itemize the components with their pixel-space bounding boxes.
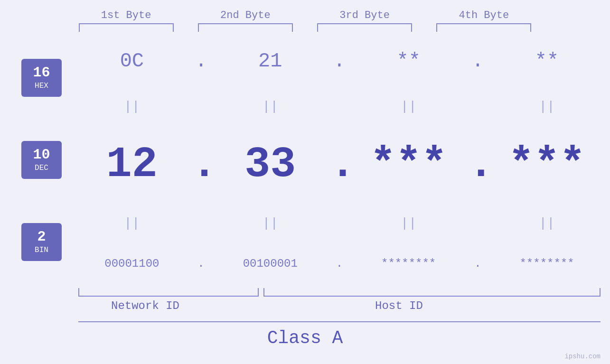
eq-row-1: || || || || [78,99,601,114]
bin-dot-1: . [192,257,211,270]
eq-4: || [499,99,594,114]
eq-row-2: || || || || [78,216,601,231]
dec-byte-2: 33 [223,140,318,189]
dec-row: 12 . 33 . *** . *** [78,140,601,189]
dec-badge-number: 10 [33,148,50,162]
byte-labels-row: 1st Byte 2nd Byte 3rd Byte 4th Byte [0,9,610,21]
bracket-1 [79,23,174,32]
class-label: Class A [0,328,610,348]
dec-badge: 10 DEC [21,141,62,179]
dec-dot-1: . [192,140,211,189]
main-container: 1st Byte 2nd Byte 3rd Byte 4th Byte 16 H… [0,0,610,364]
bin-byte-4: ******** [499,257,594,270]
network-id-label: Network ID [111,299,179,312]
bracket-4 [436,23,531,32]
byte-label-1: 1st Byte [79,9,174,21]
bin-badge-number: 2 [37,230,46,244]
hex-badge: 16 HEX [21,59,62,97]
hex-dot-2: . [330,50,349,73]
dec-badge-label: DEC [35,164,48,172]
class-bracket [78,321,601,322]
byte-label-2: 2nd Byte [198,9,293,21]
eq-5: || [84,216,179,231]
bin-badge-label: BIN [35,246,48,254]
dec-dot-2: . [330,140,349,189]
bin-dot-2: . [330,257,349,270]
hex-byte-3: ** [361,50,456,73]
dec-dot-3: . [468,140,487,189]
hex-row: 0C . 21 . ** . ** [78,50,601,73]
left-badges: 16 HEX 10 DEC 2 BIN [21,32,74,288]
byte-label-3: 3rd Byte [317,9,412,21]
dec-byte-3: *** [361,140,456,189]
hex-byte-4: ** [499,50,594,73]
hex-dot-1: . [192,50,211,73]
bin-byte-3: ******** [361,257,456,270]
bin-badge: 2 BIN [21,223,62,261]
network-bracket [78,288,259,297]
byte-label-4: 4th Byte [436,9,531,21]
eq-6: || [223,216,318,231]
eq-1: || [84,99,179,114]
host-bracket [263,288,601,297]
host-id-label: Host ID [375,299,423,312]
hex-byte-1: 0C [84,50,179,73]
bracket-3 [317,23,412,32]
bin-dot-3: . [468,257,487,270]
hex-dot-3: . [468,50,487,73]
bin-byte-1: 00001100 [84,257,179,270]
watermark: ipshu.com [564,353,601,360]
dec-byte-4: *** [499,140,594,189]
bin-byte-2: 00100001 [223,257,318,270]
hex-byte-2: 21 [223,50,318,73]
dec-byte-1: 12 [84,140,179,189]
bin-row: 00001100 . 00100001 . ******** . *******… [78,257,601,270]
eq-7: || [361,216,456,231]
hex-badge-label: HEX [35,82,48,90]
top-brackets [0,23,610,32]
bracket-2 [198,23,293,32]
hex-badge-number: 16 [33,65,50,80]
eq-3: || [361,99,456,114]
eq-2: || [223,99,318,114]
eq-8: || [499,216,594,231]
